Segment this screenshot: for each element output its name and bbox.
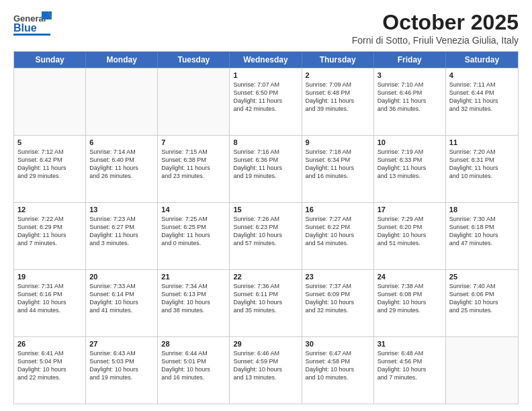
day-number: 9: [306, 138, 370, 146]
day-number: 12: [17, 205, 82, 214]
cal-cell: [14, 68, 86, 135]
cal-cell: 9Sunrise: 7:18 AM Sunset: 6:34 PM Daylig…: [302, 136, 374, 202]
calendar-header: Sunday Monday Tuesday Wednesday Thursday…: [14, 52, 518, 68]
page-subtitle: Forni di Sotto, Friuli Venezia Giulia, I…: [352, 35, 519, 46]
calendar: Sunday Monday Tuesday Wednesday Thursday…: [13, 51, 519, 404]
cell-text: Sunrise: 7:30 AM Sunset: 6:18 PM Dayligh…: [449, 215, 515, 248]
day-number: 20: [89, 273, 154, 281]
cell-text: Sunrise: 6:47 AM Sunset: 4:58 PM Dayligh…: [306, 349, 370, 382]
cell-text: Sunrise: 7:18 AM Sunset: 6:34 PM Dayligh…: [306, 148, 370, 181]
cell-text: Sunrise: 7:14 AM Sunset: 6:40 PM Dayligh…: [89, 148, 154, 181]
day-number: 4: [449, 71, 515, 79]
cell-text: Sunrise: 7:15 AM Sunset: 6:38 PM Dayligh…: [161, 148, 226, 181]
logo-svg: General Blue: [13, 10, 52, 38]
cell-text: Sunrise: 7:29 AM Sunset: 6:20 PM Dayligh…: [378, 215, 442, 248]
cell-text: Sunrise: 7:40 AM Sunset: 6:06 PM Dayligh…: [449, 282, 515, 315]
cell-text: Sunrise: 7:07 AM Sunset: 6:50 PM Dayligh…: [233, 81, 298, 113]
day-number: 1: [233, 71, 298, 79]
day-number: 13: [89, 205, 154, 214]
day-number: 22: [233, 273, 298, 281]
cal-cell: 21Sunrise: 7:34 AM Sunset: 6:13 PM Dayli…: [158, 270, 230, 336]
header-sunday: Sunday: [14, 52, 86, 68]
cal-cell: 4Sunrise: 7:11 AM Sunset: 6:44 PM Daylig…: [446, 68, 518, 135]
day-number: 24: [378, 273, 442, 281]
day-number: 3: [378, 71, 442, 79]
day-number: 17: [378, 205, 442, 214]
cal-cell: 6Sunrise: 7:14 AM Sunset: 6:40 PM Daylig…: [86, 136, 158, 202]
calendar-week-5: 26Sunrise: 6:41 AM Sunset: 5:04 PM Dayli…: [14, 336, 518, 404]
day-number: 26: [17, 340, 82, 348]
calendar-week-3: 12Sunrise: 7:22 AM Sunset: 6:29 PM Dayli…: [14, 202, 518, 269]
day-number: 16: [306, 205, 370, 214]
cell-text: Sunrise: 7:37 AM Sunset: 6:09 PM Dayligh…: [306, 282, 370, 315]
cell-text: Sunrise: 6:46 AM Sunset: 4:59 PM Dayligh…: [233, 349, 298, 382]
header-saturday: Saturday: [446, 52, 518, 68]
day-number: 31: [378, 340, 442, 348]
cal-cell: 16Sunrise: 7:27 AM Sunset: 6:22 PM Dayli…: [302, 203, 374, 269]
calendar-week-2: 5Sunrise: 7:12 AM Sunset: 6:42 PM Daylig…: [14, 135, 518, 202]
page-title: October 2025: [352, 10, 519, 35]
cal-cell: 3Sunrise: 7:10 AM Sunset: 6:46 PM Daylig…: [374, 68, 446, 135]
cell-text: Sunrise: 7:34 AM Sunset: 6:13 PM Dayligh…: [161, 282, 226, 315]
day-number: 21: [161, 273, 226, 281]
day-number: 7: [161, 138, 226, 146]
cal-cell: 2Sunrise: 7:09 AM Sunset: 6:48 PM Daylig…: [302, 68, 374, 135]
cal-cell: 5Sunrise: 7:12 AM Sunset: 6:42 PM Daylig…: [14, 136, 86, 202]
cell-text: Sunrise: 7:11 AM Sunset: 6:44 PM Dayligh…: [449, 81, 515, 113]
calendar-week-4: 19Sunrise: 7:31 AM Sunset: 6:16 PM Dayli…: [14, 269, 518, 336]
cal-cell: 22Sunrise: 7:36 AM Sunset: 6:11 PM Dayli…: [230, 270, 302, 336]
logo: General Blue: [13, 10, 52, 37]
cal-cell: 28Sunrise: 6:44 AM Sunset: 5:01 PM Dayli…: [158, 337, 230, 404]
header-wednesday: Wednesday: [230, 52, 302, 68]
cal-cell: 19Sunrise: 7:31 AM Sunset: 6:16 PM Dayli…: [14, 270, 86, 336]
header-thursday: Thursday: [302, 52, 374, 68]
cal-cell: 14Sunrise: 7:25 AM Sunset: 6:25 PM Dayli…: [158, 203, 230, 269]
cell-text: Sunrise: 7:12 AM Sunset: 6:42 PM Dayligh…: [17, 148, 82, 181]
day-number: 27: [89, 340, 154, 348]
cell-text: Sunrise: 7:19 AM Sunset: 6:33 PM Dayligh…: [378, 148, 442, 181]
cell-text: Sunrise: 7:25 AM Sunset: 6:25 PM Dayligh…: [161, 215, 226, 248]
day-number: 19: [17, 273, 82, 281]
cal-cell: 20Sunrise: 7:33 AM Sunset: 6:14 PM Dayli…: [86, 270, 158, 336]
day-number: 14: [161, 205, 226, 214]
cal-cell: 17Sunrise: 7:29 AM Sunset: 6:20 PM Dayli…: [374, 203, 446, 269]
cal-cell: [446, 337, 518, 404]
cell-text: Sunrise: 7:09 AM Sunset: 6:48 PM Dayligh…: [306, 81, 370, 113]
cal-cell: 26Sunrise: 6:41 AM Sunset: 5:04 PM Dayli…: [14, 337, 86, 404]
cell-text: Sunrise: 7:36 AM Sunset: 6:11 PM Dayligh…: [233, 282, 298, 315]
cell-text: Sunrise: 7:16 AM Sunset: 6:36 PM Dayligh…: [233, 148, 298, 181]
cal-cell: 8Sunrise: 7:16 AM Sunset: 6:36 PM Daylig…: [230, 136, 302, 202]
day-number: 5: [17, 138, 82, 146]
cal-cell: 10Sunrise: 7:19 AM Sunset: 6:33 PM Dayli…: [374, 136, 446, 202]
day-number: 25: [449, 273, 515, 281]
header-tuesday: Tuesday: [158, 52, 230, 68]
cell-text: Sunrise: 6:44 AM Sunset: 5:01 PM Dayligh…: [161, 349, 226, 382]
day-number: 8: [233, 138, 298, 146]
header-friday: Friday: [374, 52, 446, 68]
day-number: 11: [449, 138, 515, 146]
day-number: 10: [378, 138, 442, 146]
cell-text: Sunrise: 7:10 AM Sunset: 6:46 PM Dayligh…: [378, 81, 442, 113]
day-number: 18: [449, 205, 515, 214]
cal-cell: 25Sunrise: 7:40 AM Sunset: 6:06 PM Dayli…: [446, 270, 518, 336]
cell-text: Sunrise: 7:38 AM Sunset: 6:08 PM Dayligh…: [378, 282, 442, 315]
cell-text: Sunrise: 7:27 AM Sunset: 6:22 PM Dayligh…: [306, 215, 370, 248]
cell-text: Sunrise: 7:23 AM Sunset: 6:27 PM Dayligh…: [89, 215, 154, 248]
day-number: 6: [89, 138, 154, 146]
cal-cell: 7Sunrise: 7:15 AM Sunset: 6:38 PM Daylig…: [158, 136, 230, 202]
header: General Blue October 2025 Forni di Sotto…: [13, 10, 519, 46]
cell-text: Sunrise: 6:41 AM Sunset: 5:04 PM Dayligh…: [17, 349, 82, 382]
cal-cell: 13Sunrise: 7:23 AM Sunset: 6:27 PM Dayli…: [86, 203, 158, 269]
calendar-week-1: 1Sunrise: 7:07 AM Sunset: 6:50 PM Daylig…: [14, 68, 518, 135]
svg-rect-4: [13, 34, 50, 36]
title-block: October 2025 Forni di Sotto, Friuli Vene…: [352, 10, 519, 46]
cal-cell: 29Sunrise: 6:46 AM Sunset: 4:59 PM Dayli…: [230, 337, 302, 404]
cal-cell: 24Sunrise: 7:38 AM Sunset: 6:08 PM Dayli…: [374, 270, 446, 336]
cal-cell: 12Sunrise: 7:22 AM Sunset: 6:29 PM Dayli…: [14, 203, 86, 269]
cell-text: Sunrise: 7:31 AM Sunset: 6:16 PM Dayligh…: [17, 282, 82, 315]
cal-cell: [158, 68, 230, 135]
page: General Blue October 2025 Forni di Sotto…: [0, 0, 532, 411]
cal-cell: 30Sunrise: 6:47 AM Sunset: 4:58 PM Dayli…: [302, 337, 374, 404]
svg-text:Blue: Blue: [13, 22, 37, 34]
day-number: 2: [306, 71, 370, 79]
